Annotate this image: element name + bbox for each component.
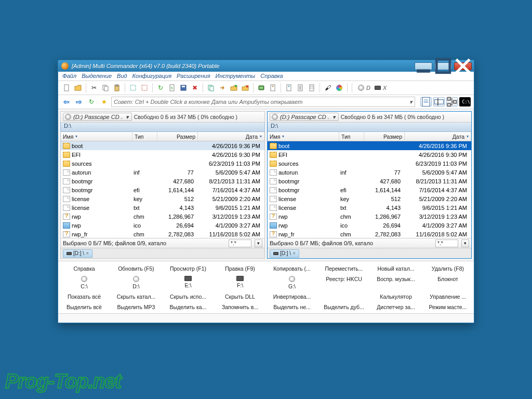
title-bar[interactable]: [Admin] Multi Commander (x64) v7.0 (buil… [58, 60, 474, 72]
move-icon[interactable] [217, 83, 228, 93]
brush-icon[interactable]: 🖌 [323, 83, 333, 93]
cmd-cell[interactable]: Диспетчер за... [370, 302, 422, 312]
drive-shortcut[interactable]: G:\ [266, 274, 318, 291]
close-button[interactable] [454, 62, 472, 70]
cmd-cell[interactable]: Управление ... [422, 291, 474, 302]
file-icon[interactable] [61, 83, 72, 93]
color-wheel-icon[interactable] [334, 83, 344, 93]
path-bar[interactable]: D:\ [267, 123, 472, 132]
file-row[interactable]: rwpico26,6944/1/2009 3:27 AM [61, 221, 264, 230]
cmd-cell[interactable]: Выделить ка... [162, 302, 214, 312]
page-b-icon[interactable] [284, 83, 294, 93]
menu-инструменты[interactable]: Инструменты [216, 73, 256, 79]
doc-grid-icon[interactable] [307, 83, 317, 93]
doc-list-icon[interactable] [295, 83, 305, 93]
drive-shortcut[interactable]: D:\ [110, 274, 162, 291]
col-date[interactable]: Дата [198, 132, 264, 141]
favorite-icon[interactable]: ★ [99, 97, 109, 107]
file-row[interactable]: rwpchm1,286,9673/12/2019 1:23 AM [268, 212, 471, 221]
cmd-cell[interactable]: Выделить MP3 [110, 302, 162, 312]
cmd-cell[interactable]: Новый катал... [370, 263, 422, 274]
cmd-cell[interactable]: Удалить (F8) [422, 263, 474, 274]
file-row[interactable]: bootmgrefi1,614,1447/16/2014 4:37 AM [61, 185, 264, 194]
menu-конфигурация[interactable]: Конфигурация [132, 73, 171, 79]
reload-icon[interactable]: ↻ [86, 97, 97, 107]
back-icon[interactable]: ⇦ [61, 97, 72, 107]
file-row[interactable]: boot4/26/2016 9:36 PM [61, 141, 264, 150]
file-row[interactable]: bootmgrefi1,614,1447/16/2014 4:37 AM [268, 185, 471, 194]
tips-combobox[interactable]: Совет: Ctrl + Double Click в колонке Дат… [111, 97, 415, 107]
cmd-cell[interactable]: Просмотр (F1) [162, 263, 214, 274]
file-row[interactable]: rwp_frchm2,782,08311/16/2018 5:02 AM [61, 230, 264, 238]
cmd-cell[interactable]: Справка [58, 263, 110, 274]
file-row[interactable]: rwp_frchm2,782,08311/16/2018 5:02 AM [268, 230, 471, 238]
col-size[interactable]: Размер [364, 132, 405, 141]
menu-файл[interactable]: Файл [62, 73, 76, 79]
file-list[interactable]: boot4/26/2016 9:36 PMEFI4/26/2016 9:30 P… [60, 141, 265, 238]
cmd-cell[interactable]: Правка (F9) [214, 263, 266, 274]
col-name[interactable]: Имя [268, 132, 339, 141]
kb-chip-icon[interactable]: KB [256, 83, 267, 93]
menu-вид[interactable]: Вид [117, 73, 127, 79]
file-row[interactable]: sources6/23/2019 11:03 PM [268, 159, 471, 168]
drive-x-shortcut[interactable]: X [375, 85, 387, 91]
file-list[interactable]: boot4/26/2016 9:36 PMEFI4/26/2016 9:30 P… [267, 141, 472, 238]
file-row[interactable]: rwpchm1,286,9673/12/2019 1:23 AM [61, 212, 264, 221]
filter-dropdown-button[interactable]: ▾ [461, 240, 469, 247]
file-row[interactable]: bootmgr427,6808/21/2013 11:31 AM [61, 177, 264, 185]
file-row[interactable]: licensetxt4,1439/6/2015 1:21 AM [61, 203, 264, 212]
cmd-cell[interactable]: Инвертирова... [266, 291, 318, 302]
filter-input[interactable]: *.* [435, 240, 458, 247]
cmd-cell[interactable]: Блокнот [422, 274, 474, 291]
file-row[interactable]: EFI4/26/2016 9:30 PM [61, 150, 264, 159]
save-icon[interactable] [178, 83, 189, 93]
file-row[interactable]: bootmgr427,6808/21/2013 11:31 AM [268, 177, 471, 185]
copy-path-icon[interactable] [206, 83, 216, 93]
cmd-cell[interactable]: Скрыть испо... [162, 291, 214, 302]
select-rect-icon[interactable] [128, 83, 138, 93]
pane-tab[interactable]: [D:] \× [63, 249, 92, 258]
cmd-cell[interactable]: Запомнить в... [214, 302, 266, 312]
delete-folder-icon[interactable]: ✖ [240, 83, 250, 93]
pane-tab[interactable]: [D:] \× [270, 249, 299, 258]
col-name[interactable]: Имя [61, 132, 132, 141]
forward-icon[interactable]: ⇨ [74, 97, 84, 107]
cmd-cell[interactable]: Выделить не... [266, 302, 318, 312]
menu-расширения[interactable]: Расширения [177, 73, 210, 79]
col-date[interactable]: Дата [405, 132, 471, 141]
minimize-button[interactable] [415, 62, 432, 70]
menu-справка[interactable]: Справка [260, 73, 283, 79]
filter-dropdown-button[interactable]: ▾ [255, 240, 262, 247]
rename-icon[interactable] [433, 97, 445, 107]
page-a-icon[interactable] [268, 83, 278, 93]
cmd-cell[interactable]: Копировать (... [266, 263, 318, 274]
cmd-cell[interactable]: Воспр. музык... [370, 274, 422, 291]
refresh-doc-icon[interactable]: ↻ [167, 83, 177, 93]
deselect-rect-icon[interactable] [139, 83, 150, 93]
file-row[interactable]: licensekey5125/21/2009 2:20 AM [61, 194, 264, 203]
col-size[interactable]: Размер [157, 132, 198, 141]
file-row[interactable]: licensekey5125/21/2009 2:20 AM [268, 194, 471, 203]
path-bar[interactable]: D:\ [60, 123, 265, 132]
cmd-cell[interactable]: Скрыть катал... [110, 291, 162, 302]
refresh-green-icon[interactable]: ↻ [155, 83, 166, 93]
delete-icon[interactable]: ✖ [190, 83, 200, 93]
filter-input[interactable]: *.* [229, 240, 251, 247]
cmd-cell[interactable]: Калькулятор [370, 291, 422, 302]
cmd-cell[interactable]: Выделить дуб... [318, 302, 370, 312]
tree-icon[interactable] [446, 97, 458, 107]
file-row[interactable]: boot4/26/2016 9:36 PM [268, 141, 471, 150]
open-icon[interactable] [73, 83, 83, 93]
drive-d-shortcut[interactable]: D [358, 85, 370, 91]
file-row[interactable]: EFI4/26/2016 9:30 PM [268, 150, 471, 159]
drive-selector[interactable]: (D:) Passcape CD .▾ [270, 113, 339, 121]
close-tab-icon[interactable]: × [292, 250, 296, 256]
col-type[interactable]: Тип [132, 132, 157, 141]
cmd-cell[interactable]: Режим масте... [422, 302, 474, 312]
console-icon[interactable]: C:\ [459, 97, 471, 107]
cmd-cell[interactable]: Обновить (F5) [110, 263, 162, 274]
drive-shortcut[interactable]: F:\ [214, 274, 266, 291]
cmd-cell[interactable]: Реестр: HKCU [318, 274, 370, 291]
col-type[interactable]: Тип [339, 132, 364, 141]
folder-new-icon[interactable]: ✚ [229, 83, 239, 93]
